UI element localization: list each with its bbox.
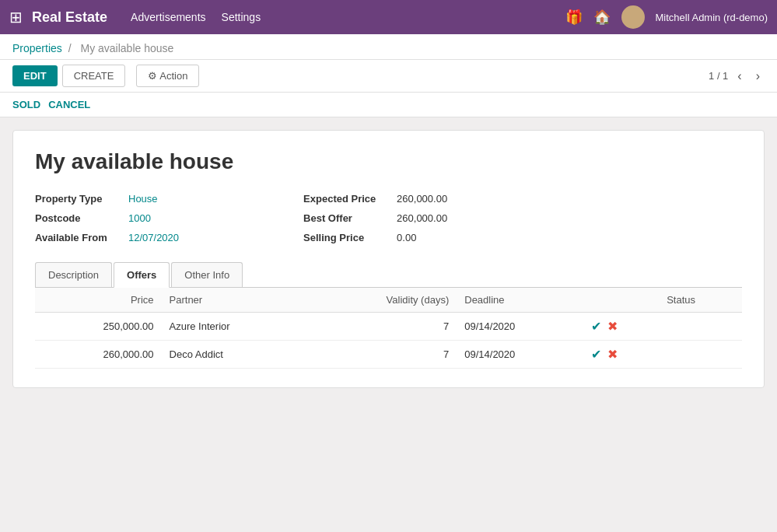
col-price: Price — [35, 288, 162, 313]
table-row: 250,000.00 Azure Interior 7 09/14/2020 ✔… — [35, 313, 742, 341]
field-label-expected-price: Expected Price — [303, 193, 389, 205]
action-bar: EDIT CREATE ⚙ Action 1 / 1 ‹ › — [0, 60, 777, 93]
breadcrumb-separator: / — [68, 42, 72, 54]
field-best-offer: Best Offer 260,000.00 — [303, 212, 447, 224]
field-label-best-offer: Best Offer — [303, 212, 389, 224]
create-button[interactable]: CREATE — [62, 65, 126, 87]
offer-price-2: 260,000.00 — [35, 341, 162, 369]
tab-offers[interactable]: Offers — [114, 262, 170, 288]
col-status: Status — [583, 288, 742, 313]
user-name: Mitchell Admin (rd-demo) — [656, 12, 768, 23]
nav-advertisements[interactable]: Advertisements — [131, 11, 205, 23]
gift-icon[interactable]: 🎁 — [565, 9, 583, 26]
property-card: My available house Property Type House P… — [12, 130, 765, 388]
offer-validity-2: 7 — [307, 341, 457, 369]
pagination-next[interactable]: › — [751, 68, 765, 85]
field-value-property-type: House — [128, 193, 158, 205]
tab-description[interactable]: Description — [35, 262, 112, 287]
nav-right-section: 🎁 🏠 Mitchell Admin (rd-demo) — [565, 5, 768, 29]
property-title: My available house — [35, 149, 742, 174]
nav-settings[interactable]: Settings — [222, 11, 261, 23]
sold-button[interactable]: SOLD — [12, 96, 40, 114]
offer-actions-1: ✔ ✖ — [583, 313, 742, 341]
accept-icon[interactable]: ✔ — [591, 347, 601, 362]
breadcrumb-current: My available house — [80, 42, 173, 54]
field-selling-price: Selling Price 0.00 — [303, 232, 447, 243]
reject-icon[interactable]: ✖ — [607, 319, 618, 334]
accept-icon[interactable]: ✔ — [591, 319, 601, 334]
fields-left: Property Type House Postcode 1000 Availa… — [35, 193, 179, 243]
top-navigation: ⊞ Real Estate Advertisements Settings 🎁 … — [0, 0, 777, 34]
field-label-postcode: Postcode — [35, 212, 121, 224]
field-value-best-offer: 260,000.00 — [397, 212, 447, 224]
field-property-type: Property Type House — [35, 193, 179, 205]
nav-links: Advertisements Settings — [131, 11, 565, 23]
status-bar: SOLD CANCEL — [0, 93, 777, 117]
field-value-postcode: 1000 — [128, 212, 151, 224]
field-label-selling-price: Selling Price — [303, 232, 389, 243]
table-header: Price Partner Validity (days) Deadline S… — [35, 288, 742, 313]
pagination-prev[interactable]: ‹ — [733, 68, 746, 85]
field-value-expected-price: 260,000.00 — [397, 193, 447, 205]
offer-deadline-2: 09/14/2020 — [457, 341, 583, 369]
grid-icon[interactable]: ⊞ — [9, 8, 23, 26]
offer-partner-2: Deco Addict — [162, 341, 307, 369]
pagination: 1 / 1 ‹ › — [709, 68, 765, 85]
app-title: Real Estate — [32, 9, 107, 26]
breadcrumb: Properties / My available house — [0, 34, 777, 60]
offers-table: Price Partner Validity (days) Deadline S… — [35, 288, 742, 369]
avatar[interactable] — [621, 5, 645, 29]
offer-actions-2: ✔ ✖ — [583, 341, 742, 369]
field-label-property-type: Property Type — [35, 193, 121, 205]
tab-other-info[interactable]: Other Info — [171, 262, 243, 287]
col-validity: Validity (days) — [307, 288, 457, 313]
field-value-available-from: 12/07/2020 — [128, 232, 179, 243]
edit-button[interactable]: EDIT — [12, 65, 58, 86]
offer-validity-1: 7 — [307, 313, 457, 341]
offer-partner-1: Azure Interior — [162, 313, 307, 341]
offer-price-1: 250,000.00 — [35, 313, 162, 341]
home-icon[interactable]: 🏠 — [593, 9, 611, 26]
table-row: 260,000.00 Deco Addict 7 09/14/2020 ✔ ✖ — [35, 341, 742, 369]
main-content: My available house Property Type House P… — [0, 117, 777, 401]
offer-deadline-1: 09/14/2020 — [457, 313, 583, 341]
field-label-available-from: Available From — [35, 232, 121, 243]
reject-icon[interactable]: ✖ — [607, 347, 618, 362]
col-deadline: Deadline — [457, 288, 583, 313]
field-available-from: Available From 12/07/2020 — [35, 232, 179, 243]
tabs: Description Offers Other Info — [35, 262, 742, 288]
action-button[interactable]: ⚙ Action — [136, 65, 199, 87]
cancel-button[interactable]: CANCEL — [48, 96, 90, 114]
property-fields: Property Type House Postcode 1000 Availa… — [35, 193, 742, 243]
pagination-label: 1 / 1 — [709, 70, 728, 82]
fields-right: Expected Price 260,000.00 Best Offer 260… — [303, 193, 447, 243]
col-partner: Partner — [162, 288, 307, 313]
field-value-selling-price: 0.00 — [397, 232, 416, 243]
field-expected-price: Expected Price 260,000.00 — [303, 193, 447, 205]
breadcrumb-parent[interactable]: Properties — [12, 42, 62, 54]
field-postcode: Postcode 1000 — [35, 212, 179, 224]
